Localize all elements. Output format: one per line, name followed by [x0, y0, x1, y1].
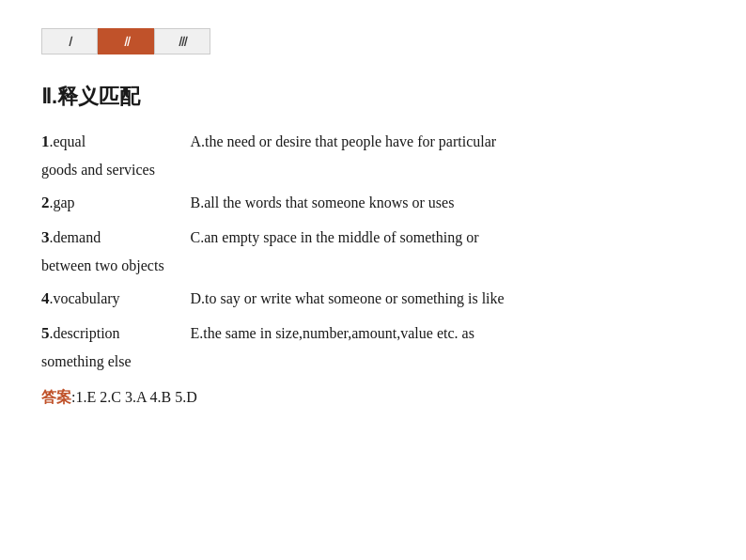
item-4-number: 4 — [41, 285, 50, 314]
exercise-item-2: 2.gapB.all the words that someone knows … — [41, 189, 705, 218]
exercise-item-3: 3.demandC.an empty space in the middle o… — [41, 224, 705, 279]
item-5-number: 5 — [41, 319, 50, 349]
tab-bar: Ⅰ Ⅱ Ⅲ — [41, 28, 705, 54]
item-4-word: .vocabulary — [50, 286, 191, 313]
answer-label: 答案 — [41, 389, 71, 405]
item-5-definition: E.the same in size,number,amount,value e… — [191, 320, 706, 348]
item-3-word: .demand — [50, 225, 191, 252]
exercise-item-5: 5.descriptionE.the same in size,number,a… — [41, 319, 705, 375]
item-4-definition: D.to say or write what someone or someth… — [191, 286, 706, 313]
item-2-definition: B.all the words that someone knows or us… — [191, 190, 706, 217]
tab-2[interactable]: Ⅱ — [98, 28, 154, 54]
item-2-word: .gap — [50, 190, 191, 217]
item-2-number: 2 — [41, 189, 50, 218]
tab-3[interactable]: Ⅲ — [154, 28, 210, 54]
answer-text: :1.E 2.C 3.A 4.B 5.D — [71, 389, 197, 405]
item-1-word: .equal — [50, 129, 191, 156]
tab-1[interactable]: Ⅰ — [41, 28, 98, 54]
section-title: Ⅱ.释义匹配 — [41, 83, 705, 111]
content-area: 1.equalA.the need or desire that people … — [41, 128, 705, 412]
item-3-continuation: between two objects — [41, 253, 705, 280]
exercise-item-4: 4.vocabularyD.to say or write what someo… — [41, 285, 705, 314]
page-container: Ⅰ Ⅱ Ⅲ Ⅱ.释义匹配 1.equalA.the need or desire… — [0, 0, 746, 560]
item-1-continuation: goods and services — [41, 157, 705, 184]
item-3-number: 3 — [41, 224, 50, 253]
item-5-continuation: something else — [41, 349, 705, 376]
item-3-definition: C.an empty space in the middle of someth… — [191, 225, 706, 252]
item-5-word: .description — [50, 320, 191, 348]
item-1-number: 1 — [41, 128, 50, 157]
answer-line: 答案:1.E 2.C 3.A 4.B 5.D — [41, 384, 705, 412]
exercise-item-1: 1.equalA.the need or desire that people … — [41, 128, 705, 183]
item-1-definition: A.the need or desire that people have fo… — [191, 129, 706, 156]
